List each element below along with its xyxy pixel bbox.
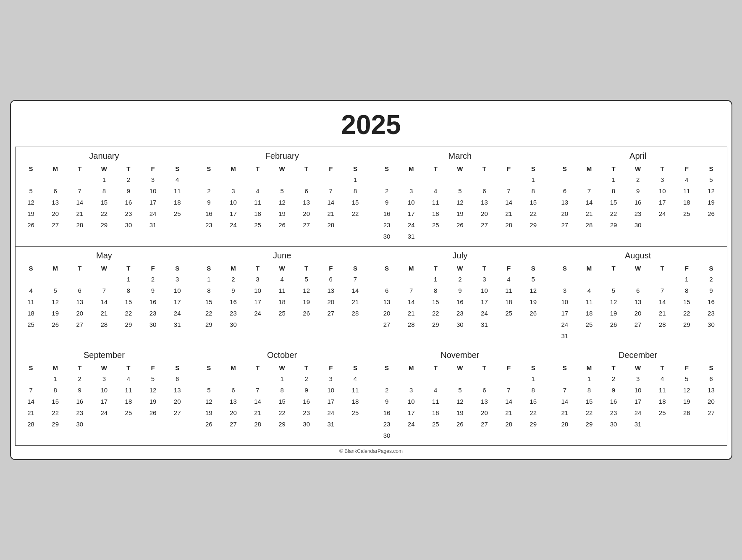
day-cell: 12 — [448, 396, 472, 407]
day-cell: 8 — [423, 285, 448, 296]
day-cell: 31 — [319, 418, 343, 430]
day-cell: 9 — [448, 285, 472, 296]
day-cell: 2 — [626, 174, 650, 185]
day-cell — [423, 430, 448, 441]
day-cell: 6 — [165, 373, 189, 384]
month-name: June — [197, 249, 367, 263]
day-cell: 24 — [245, 308, 270, 319]
day-cell: 26 — [448, 418, 472, 430]
day-cell: 20 — [165, 396, 189, 407]
day-cell: 11 — [650, 384, 674, 396]
day-cell: 11 — [423, 396, 448, 407]
day-cell: 16 — [68, 396, 92, 407]
day-cell: 21 — [343, 296, 367, 308]
day-cell — [92, 273, 116, 285]
week-row: 31 — [553, 330, 724, 342]
day-cell: 27 — [375, 319, 399, 330]
week-row: 18192021222324 — [19, 308, 190, 319]
day-cell: 14 — [19, 396, 43, 407]
day-header: F — [319, 163, 343, 174]
week-row: 15161718192021 — [197, 296, 367, 308]
day-cell: 31 — [553, 330, 577, 342]
day-cell: 9 — [68, 384, 92, 396]
day-cell: 31 — [399, 231, 423, 242]
day-cell — [521, 319, 545, 330]
day-cell: 30 — [626, 219, 650, 231]
day-cell — [245, 174, 270, 185]
month-table: SMTWTFS123456789101112131415161718192021… — [375, 163, 545, 242]
day-cell — [674, 219, 699, 231]
day-cell: 13 — [553, 197, 577, 208]
day-cell: 14 — [399, 296, 423, 308]
day-cell — [496, 430, 521, 441]
day-cell: 30 — [375, 231, 399, 242]
day-cell: 21 — [319, 208, 343, 219]
week-row: 28293031 — [553, 418, 724, 430]
week-row: 21222324252627 — [19, 407, 190, 418]
week-row: 9101112131415 — [375, 396, 545, 407]
day-cell: 26 — [521, 308, 545, 319]
day-cell — [577, 273, 601, 285]
day-cell: 25 — [165, 208, 189, 219]
day-cell: 24 — [553, 319, 577, 330]
day-cell: 18 — [423, 208, 448, 219]
day-cell: 6 — [626, 285, 650, 296]
day-cell: 12 — [197, 396, 221, 407]
day-cell: 12 — [43, 296, 68, 308]
day-cell: 10 — [92, 384, 116, 396]
day-header: S — [343, 363, 367, 373]
day-cell: 4 — [245, 185, 270, 197]
day-header: T — [472, 163, 496, 174]
month-name: March — [375, 150, 545, 163]
day-cell: 12 — [601, 296, 626, 308]
day-cell: 2 — [375, 185, 399, 197]
day-header: M — [43, 163, 68, 174]
day-cell — [221, 174, 245, 185]
day-cell: 1 — [521, 373, 545, 384]
day-cell: 9 — [197, 197, 221, 208]
week-row: 6789101112 — [375, 285, 545, 296]
day-cell: 13 — [165, 384, 189, 396]
day-cell: 7 — [496, 384, 521, 396]
day-cell: 23 — [375, 219, 399, 231]
day-header: F — [319, 363, 343, 373]
week-row: 78910111213 — [553, 384, 724, 396]
day-cell: 20 — [68, 308, 92, 319]
day-cell: 14 — [553, 396, 577, 407]
day-cell: 25 — [423, 418, 448, 430]
day-cell — [650, 418, 674, 430]
day-cell: 15 — [521, 197, 545, 208]
day-header: M — [221, 163, 245, 174]
day-cell: 16 — [141, 296, 165, 308]
day-header: S — [19, 163, 43, 174]
day-cell: 28 — [92, 319, 116, 330]
week-row: 19202122232425 — [19, 208, 190, 219]
day-cell: 15 — [270, 396, 294, 407]
day-cell — [674, 330, 699, 342]
day-cell — [650, 219, 674, 231]
week-row: 13141516171819 — [553, 197, 724, 208]
day-header: S — [521, 263, 545, 273]
day-cell: 16 — [197, 208, 221, 219]
day-cell: 8 — [601, 185, 626, 197]
day-cell: 10 — [319, 384, 343, 396]
day-header: T — [601, 163, 626, 174]
month-name: January — [19, 150, 190, 163]
month-cell-october: OctoberSMTWTFS12345678910111213141516171… — [193, 346, 371, 446]
day-cell: 5 — [141, 373, 165, 384]
day-cell: 24 — [92, 407, 116, 418]
day-cell: 20 — [43, 208, 68, 219]
day-cell: 14 — [319, 197, 343, 208]
day-cell — [472, 373, 496, 384]
day-cell: 23 — [699, 308, 723, 319]
day-cell: 3 — [245, 273, 270, 285]
day-cell — [521, 430, 545, 441]
day-cell: 4 — [496, 273, 521, 285]
week-row: 24252627282930 — [553, 319, 724, 330]
day-cell: 13 — [472, 396, 496, 407]
day-cell — [448, 231, 472, 242]
day-cell: 5 — [294, 273, 319, 285]
day-cell: 23 — [68, 407, 92, 418]
day-cell — [116, 418, 141, 430]
day-cell: 14 — [650, 296, 674, 308]
